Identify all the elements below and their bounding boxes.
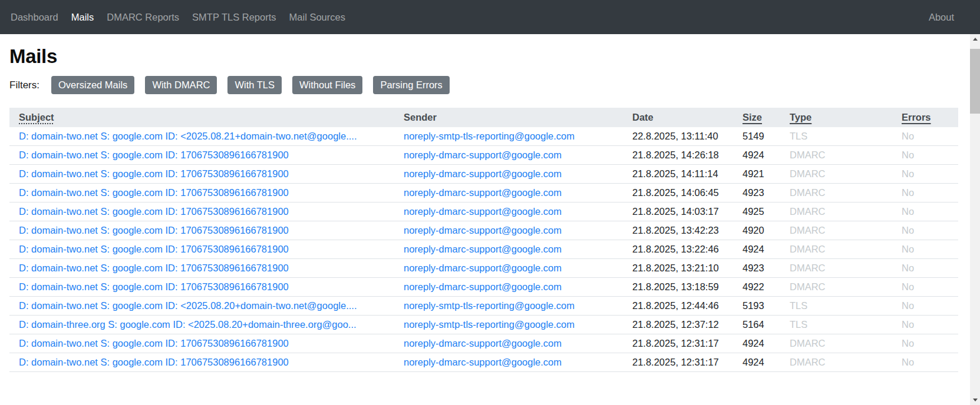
table-row: D: domain-two.net S: google.com ID: 1706… [9, 240, 958, 259]
mail-subject-link[interactable]: D: domain-two.net S: google.com ID: 1706… [19, 263, 289, 273]
mail-subject-link[interactable]: D: domain-two.net S: google.com ID: 1706… [19, 187, 289, 198]
nav-item-dashboard[interactable]: Dashboard [4, 7, 65, 28]
column-header-size[interactable]: Size [733, 108, 780, 127]
filter-button-with-dmarc[interactable]: With DMARC [145, 76, 217, 94]
mail-size: 4920 [743, 225, 764, 235]
mail-sender-link[interactable]: noreply-dmarc-support@google.com [404, 225, 562, 235]
column-header-label[interactable]: Subject [19, 112, 54, 122]
mail-subject-link[interactable]: D: domain-three.org S: google.com ID: <2… [19, 319, 357, 330]
mail-subject-link-cell: D: domain-three.org S: google.com ID: <2… [9, 316, 394, 334]
mail-sender-link[interactable]: noreply-dmarc-support@google.com [404, 150, 562, 160]
mail-type: DMARC [790, 225, 826, 235]
nav-item-about[interactable]: About [922, 7, 961, 28]
column-header-sender: Sender [394, 108, 623, 127]
mail-sender-link[interactable]: noreply-smtp-tls-reporting@google.com [404, 319, 575, 330]
mail-sender-link[interactable]: noreply-dmarc-support@google.com [404, 244, 562, 254]
mail-sender-link[interactable]: noreply-dmarc-support@google.com [404, 281, 562, 292]
filter-button-without-files[interactable]: Without Files [292, 76, 362, 94]
nav-item-mails[interactable]: Mails [65, 7, 101, 28]
nav-item-dmarc-reports[interactable]: DMARC Reports [100, 7, 186, 28]
table-row: D: domain-two.net S: google.com ID: 1706… [9, 221, 958, 240]
mail-subject-link[interactable]: D: domain-two.net S: google.com ID: 1706… [19, 150, 289, 160]
nav-item-smtp-tls-reports[interactable]: SMTP TLS Reports [186, 7, 282, 28]
mail-errors-cell: No [892, 259, 958, 278]
mail-errors: No [902, 244, 914, 254]
mail-errors: No [902, 300, 914, 311]
mail-date: 21.8.2025, 14:11:14 [632, 168, 718, 179]
mail-sender-link[interactable]: noreply-dmarc-support@google.com [404, 206, 562, 217]
scrollbar-down-arrow-icon[interactable] [970, 395, 980, 405]
column-header-type[interactable]: Type [780, 108, 892, 127]
mail-subject-link[interactable]: D: domain-two.net S: google.com ID: 1706… [19, 281, 289, 292]
mail-errors: No [902, 131, 914, 141]
mail-type-cell: DMARC [780, 146, 892, 165]
table-row: D: domain-two.net S: google.com ID: 1706… [9, 259, 958, 278]
mail-size-cell: 4924 [733, 334, 780, 353]
mail-sender-link[interactable]: noreply-dmarc-support@google.com [404, 338, 562, 348]
scrollbar-thumb[interactable] [970, 49, 980, 114]
mail-sender-link[interactable]: noreply-smtp-tls-reporting@google.com [404, 300, 575, 311]
column-header-errors[interactable]: Errors [892, 108, 958, 127]
filter-button-parsing-errors[interactable]: Parsing Errors [373, 76, 449, 94]
mail-subject-link[interactable]: D: domain-two.net S: google.com ID: 1706… [19, 338, 289, 348]
filter-button-oversized-mails[interactable]: Oversized Mails [51, 76, 134, 94]
column-header-label[interactable]: Errors [902, 112, 931, 122]
mail-errors: No [902, 357, 914, 367]
mail-sender-link[interactable]: noreply-dmarc-support@google.com [404, 187, 562, 198]
mail-subject-link-cell: D: domain-two.net S: google.com ID: 1706… [9, 146, 394, 165]
navbar-left-group: DashboardMailsDMARC ReportsSMTP TLS Repo… [4, 7, 352, 28]
mail-date-cell: 21.8.2025, 12:37:12 [623, 316, 733, 334]
mail-sender-link[interactable]: noreply-dmarc-support@google.com [404, 168, 562, 179]
mail-sender-link-cell: noreply-smtp-tls-reporting@google.com [394, 297, 623, 316]
mail-date: 21.8.2025, 13:18:59 [632, 281, 719, 292]
mail-subject-link[interactable]: D: domain-two.net S: google.com ID: 1706… [19, 244, 289, 254]
mail-type-cell: DMARC [780, 353, 892, 372]
mail-subject-link[interactable]: D: domain-two.net S: google.com ID: 1706… [19, 168, 289, 179]
filter-button-with-tls[interactable]: With TLS [227, 76, 282, 94]
mail-size: 4923 [743, 187, 764, 198]
mail-subject-link[interactable]: D: domain-two.net S: google.com ID: 1706… [19, 206, 289, 217]
mail-sender-link-cell: noreply-dmarc-support@google.com [394, 240, 623, 259]
column-header-label[interactable]: Size [743, 112, 762, 122]
mail-sender-link[interactable]: noreply-dmarc-support@google.com [404, 263, 562, 273]
mail-sender-link[interactable]: noreply-smtp-tls-reporting@google.com [404, 131, 575, 141]
filter-buttons-group: Oversized MailsWith DMARCWith TLSWithout… [51, 76, 460, 94]
mail-sender-link[interactable]: noreply-dmarc-support@google.com [404, 357, 562, 367]
mail-date-cell: 21.8.2025, 12:31:17 [623, 334, 733, 353]
mail-size-cell: 5149 [733, 127, 780, 146]
mail-type-cell: TLS [780, 127, 892, 146]
mail-size-cell: 4924 [733, 240, 780, 259]
vertical-scrollbar[interactable] [970, 34, 980, 405]
mail-sender-link-cell: noreply-dmarc-support@google.com [394, 184, 623, 203]
mail-subject-link[interactable]: D: domain-two.net S: google.com ID: <202… [19, 131, 357, 141]
nav-item-mail-sources[interactable]: Mail Sources [283, 7, 352, 28]
mail-subject-link-cell: D: domain-two.net S: google.com ID: 1706… [9, 165, 394, 184]
mail-subject-link[interactable]: D: domain-two.net S: google.com ID: 1706… [19, 225, 289, 235]
mail-size: 4924 [743, 150, 764, 160]
column-header-label[interactable]: Type [790, 112, 811, 122]
mail-date: 21.8.2025, 13:42:23 [632, 225, 719, 235]
mail-type-cell: DMARC [780, 259, 892, 278]
mail-size-cell: 4924 [733, 146, 780, 165]
mail-size: 4921 [743, 168, 764, 179]
mail-subject-link[interactable]: D: domain-two.net S: google.com ID: 1706… [19, 357, 289, 367]
mail-type-cell: DMARC [780, 278, 892, 297]
mail-type-cell: DMARC [780, 184, 892, 203]
table-row: D: domain-two.net S: google.com ID: 1706… [9, 353, 958, 372]
scrollbar-up-arrow-icon[interactable] [970, 34, 980, 44]
mail-type-cell: DMARC [780, 221, 892, 240]
column-header-subject[interactable]: Subject [9, 108, 394, 127]
mail-size-cell: 4923 [733, 259, 780, 278]
mail-subject-link-cell: D: domain-two.net S: google.com ID: 1706… [9, 278, 394, 297]
mail-sender-link-cell: noreply-dmarc-support@google.com [394, 221, 623, 240]
mail-errors: No [902, 319, 914, 330]
table-row: D: domain-two.net S: google.com ID: 1706… [9, 203, 958, 221]
mail-date-cell: 22.8.2025, 13:11:40 [623, 127, 733, 146]
mails-table: SubjectSenderDateSizeTypeErrors D: domai… [9, 108, 958, 372]
mail-errors: No [902, 225, 914, 235]
mail-type: DMARC [790, 150, 826, 160]
mail-errors-cell: No [892, 297, 958, 316]
mail-subject-link-cell: D: domain-two.net S: google.com ID: <202… [9, 297, 394, 316]
mail-errors-cell: No [892, 334, 958, 353]
mail-subject-link[interactable]: D: domain-two.net S: google.com ID: <202… [19, 300, 357, 311]
